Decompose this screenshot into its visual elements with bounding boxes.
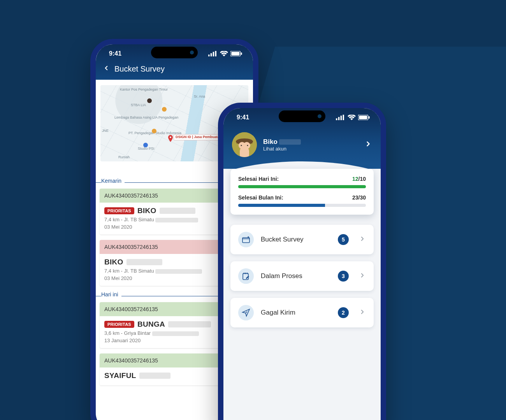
menu-label: Gagal Kirim xyxy=(261,309,295,317)
profile-subtitle: Lihat akun xyxy=(263,146,301,152)
progress-card: Selesai Hari Ini: 12/10 Selesai Bulan In… xyxy=(230,169,374,215)
chevron-right-icon xyxy=(364,140,372,149)
chevron-right-icon xyxy=(356,308,366,317)
card-distance-text: 7,4 km - Jl. TB Simatu xyxy=(104,268,154,274)
header-row: Bucket Survey xyxy=(96,63,253,80)
status-icons xyxy=(336,115,370,120)
svg-point-19 xyxy=(243,142,250,149)
map-marker-icon xyxy=(168,135,173,142)
status-bar: 9:41 xyxy=(223,108,381,127)
profile-text: Biko Lihat akun xyxy=(263,138,301,152)
card-distance-text: 7,4 km - Jl. TB Simatu xyxy=(104,217,154,222)
menu-item-dalam-proses[interactable]: Dalam Proses 3 xyxy=(230,261,374,291)
status-time: 9:41 xyxy=(237,114,249,121)
progress-today-done: 12 xyxy=(352,176,358,182)
map-label: Lembaga Bahasa Asing LIA Pengadegan xyxy=(114,116,178,119)
svg-rect-22 xyxy=(242,238,249,243)
menu-item-bucket-survey[interactable]: Bucket Survey 5 xyxy=(230,225,374,254)
svg-rect-13 xyxy=(359,116,367,119)
svg-rect-1 xyxy=(211,53,212,56)
map-label: Kantor Pos Pengadegan Timur xyxy=(120,88,168,91)
folder-icon xyxy=(238,232,254,247)
count-badge: 3 xyxy=(338,271,349,282)
status-icons xyxy=(208,51,242,56)
map-pin xyxy=(147,98,152,103)
svg-rect-0 xyxy=(208,54,209,56)
redacted-text xyxy=(160,208,195,214)
progress-bar-today xyxy=(238,185,366,188)
redacted-text xyxy=(168,321,211,327)
map-callout: DSIGN ID | Jasa Pembuatan. xyxy=(174,134,225,140)
menu-label: Bucket Survey xyxy=(261,236,304,243)
card-distance-text: 3,6 km - Griya Bintar xyxy=(104,330,151,336)
redacted-text xyxy=(155,218,198,222)
svg-rect-11 xyxy=(343,115,344,120)
map-label: JNE xyxy=(102,129,109,133)
avatar-illustration xyxy=(232,132,257,157)
avatar xyxy=(232,132,257,157)
map-label: Rumah xyxy=(118,155,130,159)
redacted-text xyxy=(152,331,199,336)
section-label-text: Kemarin xyxy=(101,178,125,184)
paper-plane-icon xyxy=(238,305,254,320)
wifi-icon xyxy=(348,115,356,120)
card-name: BIKO xyxy=(104,258,123,266)
map-pin xyxy=(152,129,156,133)
map-label: Sr. Ana xyxy=(194,94,205,98)
notch xyxy=(151,47,198,58)
priority-badge: PRIORITAS xyxy=(104,207,134,214)
progress-today-row: Selesai Hari Ini: 12/10 xyxy=(238,176,366,182)
menu-label: Dalam Proses xyxy=(261,272,302,280)
svg-point-21 xyxy=(247,145,248,146)
progress-today-total: /10 xyxy=(358,176,366,182)
left-header: 9:41 Bucket Survey xyxy=(96,44,253,80)
phone-right: 9:41 Biko Lihat akun xyxy=(218,103,386,420)
count-badge: 5 xyxy=(338,234,349,245)
chevron-right-icon xyxy=(356,235,366,244)
progress-today-value: 12/10 xyxy=(352,176,366,182)
page-title: Bucket Survey xyxy=(114,65,165,74)
progress-fill xyxy=(238,185,366,188)
notch xyxy=(279,110,325,122)
notes-icon xyxy=(238,268,254,284)
progress-today-label: Selesai Hari Ini: xyxy=(238,176,279,182)
redacted-text xyxy=(155,269,202,274)
card-name: SYAIFUL xyxy=(104,371,136,380)
battery-icon xyxy=(230,51,242,56)
redacted-text xyxy=(126,259,162,265)
progress-month-value: 23/30 xyxy=(352,194,366,201)
svg-rect-2 xyxy=(213,52,214,56)
section-label-text: Hari ini xyxy=(101,291,121,298)
menu-item-gagal-kirim[interactable]: Gagal Kirim 2 xyxy=(230,298,374,327)
wifi-icon xyxy=(220,51,228,56)
svg-rect-9 xyxy=(338,117,339,120)
map-pin xyxy=(162,107,167,112)
signal-icon xyxy=(208,51,217,56)
svg-rect-3 xyxy=(215,51,216,56)
svg-point-23 xyxy=(248,236,249,238)
battery-icon xyxy=(358,115,370,120)
svg-point-7 xyxy=(170,136,171,138)
progress-month-label: Selesai Bulan Ini: xyxy=(238,194,283,201)
profile-name: Biko xyxy=(263,138,278,145)
status-time: 9:41 xyxy=(109,50,121,57)
progress-fill xyxy=(238,204,325,207)
svg-rect-6 xyxy=(241,52,242,55)
svg-rect-24 xyxy=(243,273,248,280)
svg-rect-14 xyxy=(369,116,370,119)
svg-rect-10 xyxy=(341,116,342,120)
redacted-text xyxy=(139,373,170,379)
right-body: Selesai Hari Ini: 12/10 Selesai Bulan In… xyxy=(223,169,381,420)
priority-badge: PRIORITAS xyxy=(104,321,134,328)
svg-point-20 xyxy=(241,145,242,146)
progress-month-total: /30 xyxy=(358,194,366,201)
svg-rect-8 xyxy=(336,118,337,120)
profile-row[interactable]: Biko Lihat akun xyxy=(223,127,381,157)
progress-month-row: Selesai Bulan Ini: 23/30 xyxy=(238,194,366,201)
count-badge: 2 xyxy=(338,307,349,318)
progress-month-done: 23 xyxy=(352,194,358,201)
chevron-right-icon xyxy=(356,272,366,280)
svg-rect-5 xyxy=(231,52,239,55)
back-button[interactable] xyxy=(103,65,110,74)
card-name: BUNGA xyxy=(137,320,165,329)
